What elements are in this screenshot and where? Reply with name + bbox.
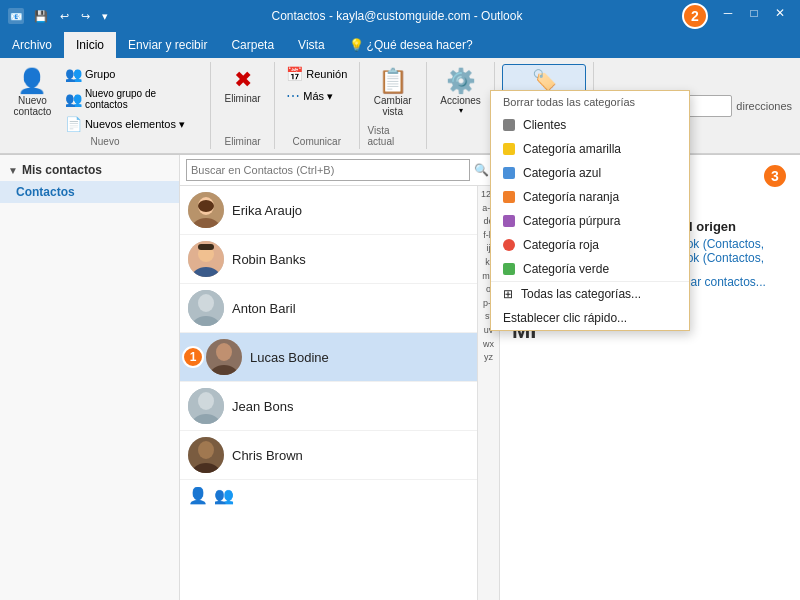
svg-point-12 (216, 343, 232, 361)
svg-point-9 (198, 294, 214, 312)
contact-search-input[interactable] (186, 159, 470, 181)
clic-rapido-item[interactable]: Establecer clic rápido... (491, 306, 689, 330)
close-button[interactable]: ✕ (768, 3, 792, 23)
roja-color-dot (503, 239, 515, 251)
svg-rect-7 (198, 244, 214, 250)
avatar (188, 388, 224, 424)
collapse-arrow-icon[interactable]: ▼ (8, 165, 18, 176)
categoria-verde[interactable]: Categoría verde (491, 257, 689, 281)
contact-with-index: Erika Araujo Robin Banks (180, 186, 499, 600)
contact-item[interactable]: Jean Bons (180, 382, 477, 431)
avatar (188, 192, 224, 228)
contact-name: Robin Banks (232, 252, 306, 267)
contact-list-actions: 👤 👥 (180, 480, 477, 511)
quick-access-toolbar: 💾 ↩ ↪ ▾ (30, 8, 112, 25)
nuevos-elementos-dropdown-icon: ▾ (179, 118, 185, 131)
outlook-icon: 📧 (8, 8, 24, 24)
alpha-yz[interactable]: yz (484, 351, 493, 364)
azul-color-dot (503, 167, 515, 179)
title-bar-left: 📧 💾 ↩ ↪ ▾ (8, 8, 112, 25)
maximize-button[interactable]: □ (742, 3, 766, 23)
categoria-roja[interactable]: Categoría roja (491, 233, 689, 257)
categoria-amarilla[interactable]: Categoría amarilla (491, 137, 689, 161)
contact-list: Erika Araujo Robin Banks (180, 186, 477, 600)
eliminar-label: Eliminar (225, 136, 261, 147)
mas-button[interactable]: ⋯ Más ▾ (282, 86, 351, 106)
acciones-button[interactable]: ⚙️ Acciones ▾ (434, 64, 487, 118)
nuevo-col: 👥 Grupo 👥 Nuevo grupo de contactos 📄 Nue… (61, 64, 202, 134)
sidebar: ▼ Mis contactos Contactos (0, 155, 180, 600)
step1-badge: 1 (182, 346, 204, 368)
avatar (188, 437, 224, 473)
ribbon-tab-bar: Archivo Inicio Enviar y recibir Carpeta … (0, 32, 800, 58)
tab-archivo[interactable]: Archivo (0, 32, 64, 58)
sidebar-header: ▼ Mis contactos (0, 159, 179, 181)
add-contact-icon[interactable]: 👤 (188, 486, 208, 505)
categoria-clientes[interactable]: Clientes (491, 113, 689, 137)
tab-vista[interactable]: Vista (286, 32, 336, 58)
contact-name: Anton Baril (232, 301, 296, 316)
nuevo-contacto-icon: 👤 (17, 67, 47, 95)
svg-point-15 (198, 392, 214, 410)
categorize-dropdown: Borrar todas las categorías Clientes Cat… (490, 90, 690, 331)
grupo-icon: 👥 (65, 66, 82, 82)
cambiar-vista-button[interactable]: 📋 Cambiarvista (368, 64, 418, 120)
eliminar-icon: ✖ (234, 67, 252, 93)
undo-quick-btn[interactable]: ↩ (56, 8, 73, 25)
window-title: Contactos - kayla@customguide.com - Outl… (112, 9, 682, 23)
ribbon-group-nuevo: 👤 Nuevocontacto 👥 Grupo 👥 Nuevo grupo de… (0, 62, 211, 149)
purpura-color-dot (503, 215, 515, 227)
contact-name: Jean Bons (232, 399, 293, 414)
todas-categorias-item[interactable]: ⊞ Todas las categorías... (491, 282, 689, 306)
comunicar-label: Comunicar (293, 136, 341, 147)
tab-enviar[interactable]: Enviar y recibir (116, 32, 219, 58)
save-quick-btn[interactable]: 💾 (30, 8, 52, 25)
tab-help[interactable]: 💡 ¿Qué desea hacer? (337, 32, 485, 58)
reunion-button[interactable]: 📅 Reunión (282, 64, 351, 84)
contact-item[interactable]: Chris Brown (180, 431, 477, 480)
ribbon-group-comunicar: 📅 Reunión ⋯ Más ▾ Comunicar (275, 62, 359, 149)
nuevos-elementos-icon: 📄 (65, 116, 82, 132)
svg-point-18 (198, 441, 214, 459)
contact-options-icon[interactable]: 👥 (214, 486, 234, 505)
nuevos-elementos-button[interactable]: 📄 Nuevos elementos ▾ (61, 114, 202, 134)
nuevo-grupo-button[interactable]: 👥 Nuevo grupo de contactos (61, 86, 202, 112)
redo-quick-btn[interactable]: ↪ (77, 8, 94, 25)
step2-badge: 2 (682, 3, 708, 29)
dropdown-quick-btn[interactable]: ▾ (98, 8, 112, 25)
avatar (206, 339, 242, 375)
reunion-icon: 📅 (286, 66, 303, 82)
ribbon-group-eliminar: ✖ Eliminar Eliminar (211, 62, 275, 149)
contact-item[interactable]: Erika Araujo (180, 186, 477, 235)
nuevo-items: 👤 Nuevocontacto 👥 Grupo 👥 Nuevo grupo de… (8, 64, 202, 134)
sidebar-item-contactos[interactable]: Contactos (0, 181, 179, 203)
tab-inicio[interactable]: Inicio (64, 32, 116, 58)
clientes-color-dot (503, 119, 515, 131)
grid-icon: ⊞ (503, 287, 513, 301)
contact-item[interactable]: Robin Banks (180, 235, 477, 284)
avatar (188, 290, 224, 326)
contact-item[interactable]: 1 Lucas Bodine (180, 333, 477, 382)
categoria-purpura[interactable]: Categoría púrpura (491, 209, 689, 233)
ribbon-group-vista: 📋 Cambiarvista Vista actual (360, 62, 427, 149)
eliminar-button[interactable]: ✖ Eliminar (219, 64, 267, 107)
window-controls: 2 ─ □ ✕ (682, 3, 792, 29)
minimize-button[interactable]: ─ (716, 3, 740, 23)
clear-categories-item[interactable]: Borrar todas las categorías (491, 91, 689, 113)
search-box: 🔍 (180, 155, 499, 186)
contact-item[interactable]: Anton Baril (180, 284, 477, 333)
nuevo-contacto-button[interactable]: 👤 Nuevocontacto (8, 64, 57, 120)
avatar (188, 241, 224, 277)
categoria-azul[interactable]: Categoría azul (491, 161, 689, 185)
amarilla-color-dot (503, 143, 515, 155)
nuevo-contacto-label: Nuevocontacto (14, 95, 52, 117)
grupo-button[interactable]: 👥 Grupo (61, 64, 202, 84)
tab-carpeta[interactable]: Carpeta (219, 32, 286, 58)
step3-badge: 3 (762, 163, 788, 189)
contact-name: Lucas Bodine (250, 350, 329, 365)
cambiar-vista-icon: 📋 (378, 67, 408, 95)
verde-color-dot (503, 263, 515, 275)
direcciones-button[interactable]: direcciones (736, 100, 792, 112)
alpha-wx[interactable]: wx (483, 338, 494, 351)
categoria-naranja[interactable]: Categoría naranja (491, 185, 689, 209)
